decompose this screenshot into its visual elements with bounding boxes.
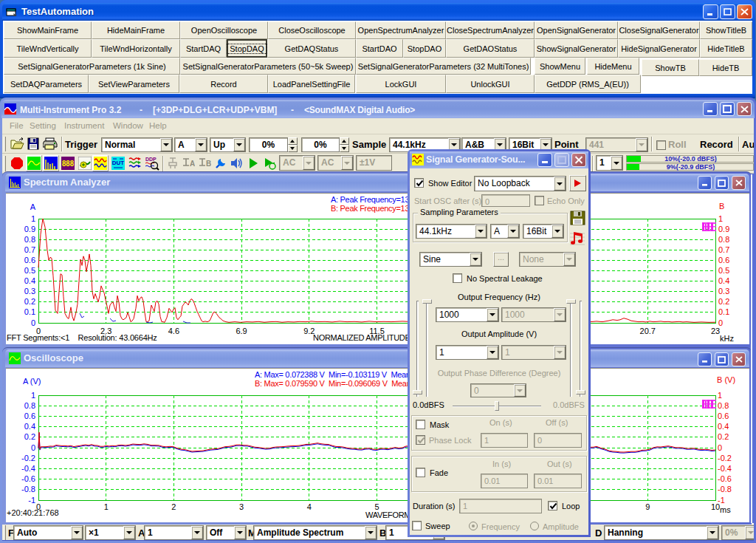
svg-text:0.6: 0.6 — [24, 256, 35, 264]
svg-text:6.9: 6.9 — [236, 327, 247, 335]
svg-text:0.8: 0.8 — [718, 235, 729, 244]
svg-text:0.8: 0.8 — [24, 235, 35, 244]
svg-text:B: Max= 0.079590 V Min=-0.096: B: Max= 0.079590 V Min=-0.096069 V Mean=… — [255, 379, 433, 388]
svg-text:0.2: 0.2 — [718, 297, 729, 306]
svg-text:0.1: 0.1 — [718, 307, 729, 316]
svg-text:-0.6: -0.6 — [718, 474, 732, 483]
svg-text:-0.4: -0.4 — [718, 464, 732, 473]
svg-text:ms: ms — [720, 505, 731, 514]
svg-text:0.1: 0.1 — [24, 307, 35, 316]
svg-text:B (V): B (V) — [717, 375, 735, 384]
svg-text:-0.2: -0.2 — [21, 454, 35, 462]
svg-text:-0.8: -0.8 — [21, 485, 35, 494]
svg-text:DDP: DDP — [145, 157, 157, 162]
svg-text:FFT Segments:<1 Resolution:: FFT Segments:<1 Resolution: 43.0664Hz — [7, 333, 157, 342]
svg-text:0.4: 0.4 — [24, 422, 35, 431]
svg-text:0.3: 0.3 — [718, 287, 729, 296]
svg-text:0.5: 0.5 — [718, 266, 729, 275]
svg-text:-0.8: -0.8 — [718, 485, 732, 494]
svg-text:DUT: DUT — [112, 160, 125, 166]
svg-text:2: 2 — [171, 502, 176, 511]
svg-text:1: 1 — [104, 502, 109, 511]
svg-text:1: 1 — [718, 391, 722, 400]
svg-text:0.6: 0.6 — [24, 411, 35, 420]
svg-text:WAVEFORM: WAVEFORM — [365, 510, 410, 519]
svg-text:0.9: 0.9 — [718, 225, 729, 233]
svg-text:1: 1 — [31, 391, 35, 400]
svg-text:4: 4 — [307, 502, 312, 511]
svg-text:A: A — [190, 160, 195, 168]
svg-text:23: 23 — [711, 327, 720, 335]
svg-text:A: A — [30, 202, 36, 211]
svg-text:0.4: 0.4 — [718, 422, 729, 431]
svg-text:0.5: 0.5 — [24, 266, 35, 275]
svg-text:kHz: kHz — [720, 334, 734, 343]
svg-text:1: 1 — [31, 214, 35, 223]
svg-text:0: 0 — [31, 443, 35, 452]
svg-text:-1: -1 — [28, 496, 35, 505]
svg-text:-0.2: -0.2 — [718, 454, 732, 462]
svg-text:0.4: 0.4 — [718, 276, 729, 285]
svg-text:0: 0 — [718, 318, 723, 327]
svg-text:1: 1 — [718, 214, 723, 223]
svg-text:0.6: 0.6 — [718, 256, 729, 264]
svg-text:A (V): A (V) — [23, 377, 41, 386]
svg-text:4.6: 4.6 — [168, 327, 179, 335]
svg-text:B: B — [206, 160, 211, 168]
svg-text:0.2: 0.2 — [24, 297, 35, 306]
svg-text:A: Max= 0.072388 V Min=-0.103: A: Max= 0.072388 V Min=-0.103119 V Mean=… — [255, 370, 433, 379]
svg-text:0.6: 0.6 — [718, 411, 729, 420]
svg-text:B: B — [719, 202, 724, 211]
svg-text:+20:40:21:768: +20:40:21:768 — [7, 508, 59, 517]
svg-text:888: 888 — [62, 160, 74, 168]
svg-text:0.2: 0.2 — [24, 432, 35, 441]
svg-text:0: 0 — [31, 318, 35, 327]
svg-text:9: 9 — [645, 502, 650, 511]
svg-text:0.3: 0.3 — [24, 287, 35, 296]
svg-text:-0.6: -0.6 — [21, 474, 35, 483]
svg-text:0.4: 0.4 — [24, 276, 35, 285]
svg-text:0.7: 0.7 — [24, 245, 35, 254]
svg-text:20.7: 20.7 — [640, 327, 656, 335]
svg-text:0.8: 0.8 — [718, 401, 729, 410]
svg-text:3: 3 — [239, 502, 244, 511]
svg-text:0: 0 — [718, 443, 722, 452]
svg-text:0.9: 0.9 — [24, 225, 35, 233]
svg-text:-0.4: -0.4 — [21, 464, 35, 473]
svg-text:10: 10 — [711, 502, 720, 511]
svg-text:0.2: 0.2 — [718, 432, 729, 441]
svg-text:0.8: 0.8 — [24, 401, 35, 410]
svg-text:0.7: 0.7 — [718, 245, 729, 254]
